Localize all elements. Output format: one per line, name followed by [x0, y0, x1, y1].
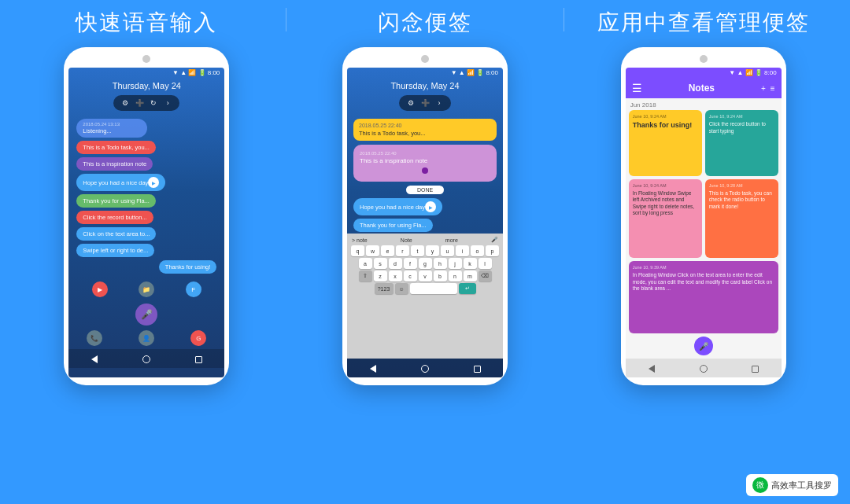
note-date-1: June 10, 9:24 AM	[633, 114, 698, 120]
watermark: 微 高效率工具搜罗	[746, 474, 838, 496]
key-t[interactable]: t	[411, 245, 424, 256]
divider1	[286, 8, 286, 31]
files-icon[interactable]: 📁	[139, 281, 154, 297]
key-f[interactable]: f	[404, 258, 417, 269]
home-button[interactable]	[139, 352, 153, 366]
key-space[interactable]	[410, 283, 457, 294]
key-emoji[interactable]: ☺	[395, 283, 408, 294]
key-m[interactable]: m	[464, 270, 477, 281]
suggest-note[interactable]: > note	[352, 237, 368, 243]
notes-action-icons: + ≡	[761, 84, 775, 93]
note-click-text[interactable]: Click on the text area to...	[76, 227, 156, 241]
note-body-5: In Floating Window Click on the text are…	[633, 272, 774, 292]
key-s[interactable]: s	[374, 258, 387, 269]
sort-icon[interactable]: ≡	[771, 84, 775, 93]
key-shift[interactable]: ⇧	[359, 270, 372, 281]
recents-button2[interactable]	[470, 362, 484, 376]
phone2-camera	[421, 55, 429, 63]
key-d[interactable]: d	[389, 258, 402, 269]
key-q[interactable]: q	[351, 245, 364, 256]
key-v[interactable]: v	[419, 270, 432, 281]
inspiration-timestamp: 2018.05.25 22:40	[360, 151, 490, 156]
key-p[interactable]: p	[486, 245, 499, 256]
forward-icon[interactable]: ›	[162, 97, 173, 109]
key-u[interactable]: u	[441, 245, 454, 256]
mic-button-large[interactable]: 🎤	[135, 304, 157, 326]
phone3-nav	[626, 359, 782, 377]
key-c[interactable]: c	[404, 270, 417, 281]
divider2	[564, 8, 564, 31]
key-n[interactable]: n	[449, 270, 462, 281]
key-r[interactable]: r	[396, 245, 409, 256]
note-card-orange[interactable]: June 10, 9:28 AM This is a Todo task, yo…	[705, 179, 778, 258]
refresh-icon[interactable]: ↻	[148, 97, 159, 109]
suggest-more[interactable]: more	[445, 237, 458, 243]
suggest-note2[interactable]: Note	[401, 237, 412, 243]
note-card-pink[interactable]: June 10, 9:24 AM In Floating Window Swip…	[629, 179, 702, 258]
home-button3[interactable]	[697, 362, 711, 376]
key-k[interactable]: k	[464, 258, 477, 269]
key-e[interactable]: e	[381, 245, 394, 256]
phone3-status-icons: ▼ ▲ 📶 🔋 8:00	[729, 69, 776, 76]
add-icon[interactable]: ➕	[134, 97, 145, 109]
todo-text: This is a Todo task, you...	[359, 130, 491, 137]
key-a[interactable]: a	[359, 258, 372, 269]
note-title-1: Thanks for using!	[633, 121, 698, 131]
note-nice-day[interactable]: Hope you had a nice day	[76, 174, 165, 191]
key-i[interactable]: i	[456, 245, 469, 256]
phone3-screen: ▼ ▲ 📶 🔋 8:00 ☰ Notes + ≡ Jun 2018 June 1…	[626, 68, 782, 377]
recents-button[interactable]	[191, 352, 205, 366]
back-button3[interactable]	[645, 362, 659, 376]
note-card-teal[interactable]: June 10, 9:24 AM Click the record button…	[705, 110, 778, 176]
recents-button3[interactable]	[748, 362, 763, 376]
app-icon-3[interactable]: F	[186, 281, 201, 297]
key-z[interactable]: z	[374, 270, 387, 281]
section-voice-input: 快速语音输入 ▼ ▲ 📶 🔋 8:00 Thursday, May 24 ⚙ ➕…	[16, 8, 278, 385]
watermark-text: 高效率工具搜罗	[771, 480, 832, 491]
note-click-rec[interactable]: Click the record button...	[76, 211, 153, 224]
google-icon[interactable]: G	[190, 330, 206, 346]
notes-app-title: Notes	[689, 83, 715, 94]
key-backspace[interactable]: ⌫	[479, 270, 492, 281]
key-o[interactable]: o	[471, 245, 484, 256]
phone2-thanks[interactable]: Thank you for using Fla...	[353, 219, 433, 232]
key-y[interactable]: y	[426, 245, 439, 256]
settings-icon[interactable]: ⚙	[120, 97, 131, 109]
youtube-icon[interactable]: ▶	[92, 281, 108, 297]
note-inspiration[interactable]: This is a inspiration note	[76, 157, 153, 171]
key-g[interactable]: g	[419, 258, 432, 269]
add-note-icon[interactable]: +	[761, 84, 766, 93]
key-symbols[interactable]: ?123	[375, 283, 394, 294]
back-button2[interactable]	[366, 362, 380, 376]
contacts-icon[interactable]: 👤	[139, 330, 154, 346]
note-todo[interactable]: This is a Todo task, you...	[76, 141, 156, 154]
key-b[interactable]: b	[434, 270, 447, 281]
done-button[interactable]: DONE	[406, 186, 444, 194]
forward2-icon[interactable]: ›	[434, 97, 445, 109]
menu-icon[interactable]: ☰	[632, 82, 642, 94]
play-button2[interactable]	[425, 201, 436, 212]
note-thanks-fla[interactable]: Thank you for using Fla...	[76, 194, 156, 208]
back-button[interactable]	[87, 352, 102, 366]
home-button2[interactable]	[418, 362, 432, 376]
phone1-status-icons: ▼ ▲ 📶 🔋 8:00	[172, 69, 220, 76]
note-thanks2[interactable]: Thanks for using!	[159, 260, 217, 274]
phone1-camera	[142, 55, 150, 63]
add2-icon[interactable]: ➕	[419, 97, 431, 109]
notes-mic-button[interactable]: 🎤	[694, 337, 713, 355]
phone2-nice-day[interactable]: Hope you had a nice day	[353, 198, 442, 215]
phone-icon[interactable]: 📞	[87, 330, 102, 346]
mic-keyboard-icon[interactable]: 🎤	[491, 237, 498, 243]
key-enter[interactable]: ↵	[459, 283, 476, 294]
key-x[interactable]: x	[389, 270, 402, 281]
note-card-purple[interactable]: June 10, 9:39 AM In Floating Window Clic…	[629, 261, 778, 333]
settings2-icon[interactable]: ⚙	[405, 97, 416, 109]
note-swipe[interactable]: Swipe left or right to de...	[76, 244, 154, 257]
key-h[interactable]: h	[434, 258, 447, 269]
key-l[interactable]: l	[479, 258, 492, 269]
key-w[interactable]: w	[366, 245, 379, 256]
play-button[interactable]	[148, 177, 159, 188]
key-j[interactable]: j	[449, 258, 462, 269]
note-card-yellow[interactable]: June 10, 9:24 AM Thanks for using!	[629, 110, 702, 176]
wechat-icon: 微	[752, 477, 768, 493]
